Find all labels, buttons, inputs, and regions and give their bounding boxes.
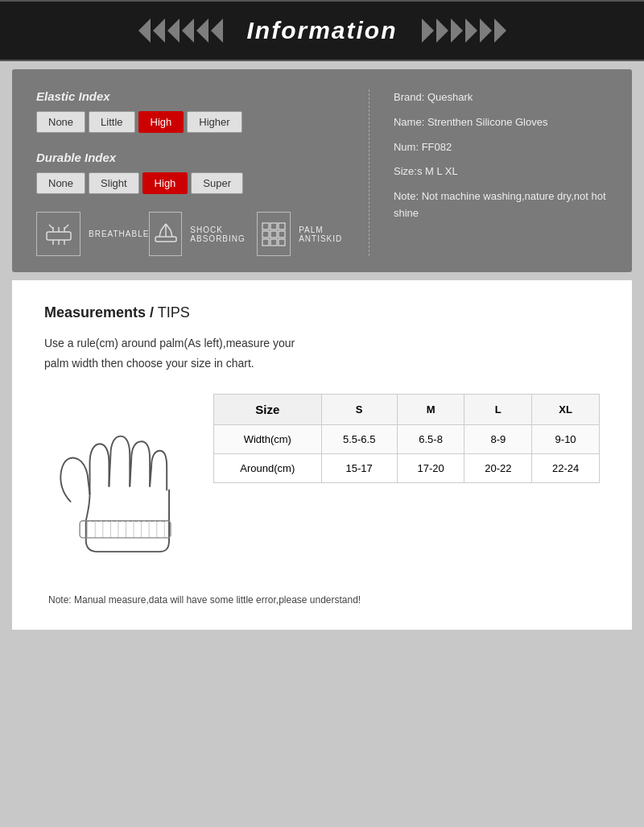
durable-btn-high[interactable]: High xyxy=(142,172,188,194)
chevron-right-decoration xyxy=(414,14,510,47)
breathable-icon xyxy=(36,212,80,256)
info-left-column: Elastic Index None Little High Higher Du… xyxy=(36,89,369,256)
elastic-btn-none[interactable]: None xyxy=(36,111,85,133)
elastic-btn-high[interactable]: High xyxy=(138,111,184,133)
svg-marker-1 xyxy=(153,19,165,43)
svg-marker-5 xyxy=(211,19,223,43)
svg-marker-3 xyxy=(182,19,194,43)
svg-rect-36 xyxy=(80,521,171,538)
around-s: 15-17 xyxy=(321,454,397,483)
note-detail: Note: Not machine washing,nature dry,not… xyxy=(394,188,608,222)
svg-rect-31 xyxy=(270,231,277,238)
row-label-around: Around(cm) xyxy=(214,454,322,483)
size-detail: Size:s M L XL xyxy=(394,163,608,180)
svg-marker-9 xyxy=(465,19,477,43)
svg-marker-2 xyxy=(167,19,180,43)
svg-marker-4 xyxy=(196,19,208,43)
svg-marker-0 xyxy=(138,19,151,43)
page-title: Information xyxy=(247,17,398,44)
table-header-s: S xyxy=(321,395,397,425)
svg-marker-7 xyxy=(436,19,448,43)
feature-shock: SHOCK ABSORBING xyxy=(149,212,256,256)
shock-label: SHOCK ABSORBING xyxy=(190,225,257,243)
durable-btn-super[interactable]: Super xyxy=(191,172,243,194)
width-xl: 9-10 xyxy=(532,425,600,454)
info-right-column: Brand: Queshark Name: Strenthen Silicone… xyxy=(369,89,608,256)
svg-marker-10 xyxy=(480,19,492,43)
svg-rect-21 xyxy=(155,237,176,242)
svg-line-26 xyxy=(171,230,172,237)
elastic-index-label: Elastic Index xyxy=(36,89,353,103)
antiskid-label: PALM ANTISKID xyxy=(299,225,353,243)
svg-rect-34 xyxy=(270,239,277,246)
durable-index-label: Durable Index xyxy=(36,151,353,164)
width-m: 6.5-8 xyxy=(397,425,464,454)
info-panel: Elastic Index None Little High Higher Du… xyxy=(12,69,632,272)
svg-line-20 xyxy=(64,225,68,229)
features-row: BREATHABLE SHOCK ABSORBI xyxy=(36,212,353,256)
footer-note: Note: Manual measure,data will have some… xyxy=(44,594,600,606)
durable-index-buttons: None Slight High Super xyxy=(36,172,353,194)
chevron-left-decoration xyxy=(134,14,231,47)
measurements-content: Size S M L XL Width(cm) 5.5-6.5 6.5-8 8-… xyxy=(44,394,600,574)
feature-antiskid: PALM ANTISKID xyxy=(257,212,353,256)
elastic-btn-higher[interactable]: Higher xyxy=(187,111,242,133)
svg-marker-11 xyxy=(494,19,506,43)
measurements-title: Measurements / TIPS xyxy=(44,304,600,321)
antiskid-icon xyxy=(257,212,291,256)
row-label-width: Width(cm) xyxy=(214,425,322,454)
shock-icon xyxy=(149,212,182,256)
size-table: Size S M L XL Width(cm) 5.5-6.5 6.5-8 8-… xyxy=(213,394,600,483)
svg-rect-27 xyxy=(262,223,269,229)
header: Information xyxy=(0,0,644,61)
feature-breathable: BREATHABLE xyxy=(36,212,149,256)
svg-line-25 xyxy=(159,230,161,237)
elastic-btn-little[interactable]: Little xyxy=(89,111,134,133)
measurements-section: Measurements / TIPS Use a rule(cm) aroun… xyxy=(12,280,632,630)
elastic-index-buttons: None Little High Higher xyxy=(36,111,353,133)
svg-rect-32 xyxy=(279,231,285,238)
brand-detail: Brand: Queshark xyxy=(394,89,608,106)
size-table-wrapper: Size S M L XL Width(cm) 5.5-6.5 6.5-8 8-… xyxy=(213,394,600,483)
svg-line-24 xyxy=(166,224,171,230)
svg-rect-33 xyxy=(262,239,269,246)
around-m: 17-20 xyxy=(397,454,464,483)
glove-illustration xyxy=(44,394,189,574)
svg-line-19 xyxy=(49,225,53,229)
measurements-title-bold: Measurements / xyxy=(44,304,154,320)
table-row-around: Around(cm) 15-17 17-20 20-22 22-24 xyxy=(214,454,600,483)
num-detail: Num: FF082 xyxy=(394,139,608,156)
svg-rect-28 xyxy=(270,223,277,229)
measurements-title-span: TIPS xyxy=(154,304,190,320)
svg-rect-29 xyxy=(279,223,285,229)
svg-marker-8 xyxy=(451,19,463,43)
around-l: 20-22 xyxy=(464,454,532,483)
around-xl: 22-24 xyxy=(532,454,600,483)
desc-line1: Use a rule(cm) around palm(As left),meas… xyxy=(44,337,295,349)
durable-btn-slight[interactable]: Slight xyxy=(89,172,139,194)
svg-line-23 xyxy=(161,224,166,230)
table-header-xl: XL xyxy=(532,395,600,425)
name-detail: Name: Strenthen Silicone Gloves xyxy=(394,114,608,131)
svg-rect-30 xyxy=(262,231,269,238)
durable-btn-none[interactable]: None xyxy=(36,172,85,194)
svg-marker-6 xyxy=(422,19,434,43)
breathable-label: BREATHABLE xyxy=(89,229,149,238)
svg-rect-12 xyxy=(47,232,71,240)
width-l: 8-9 xyxy=(464,425,532,454)
table-header-l: L xyxy=(464,395,532,425)
table-header-size: Size xyxy=(214,395,322,425)
desc-line2: palm width then choose your size in char… xyxy=(44,357,254,370)
svg-rect-35 xyxy=(279,239,285,246)
table-header-m: M xyxy=(397,395,464,425)
width-s: 5.5-6.5 xyxy=(321,425,397,454)
table-row-width: Width(cm) 5.5-6.5 6.5-8 8-9 9-10 xyxy=(214,425,600,454)
measurements-desc: Use a rule(cm) around palm(As left),meas… xyxy=(44,333,600,374)
